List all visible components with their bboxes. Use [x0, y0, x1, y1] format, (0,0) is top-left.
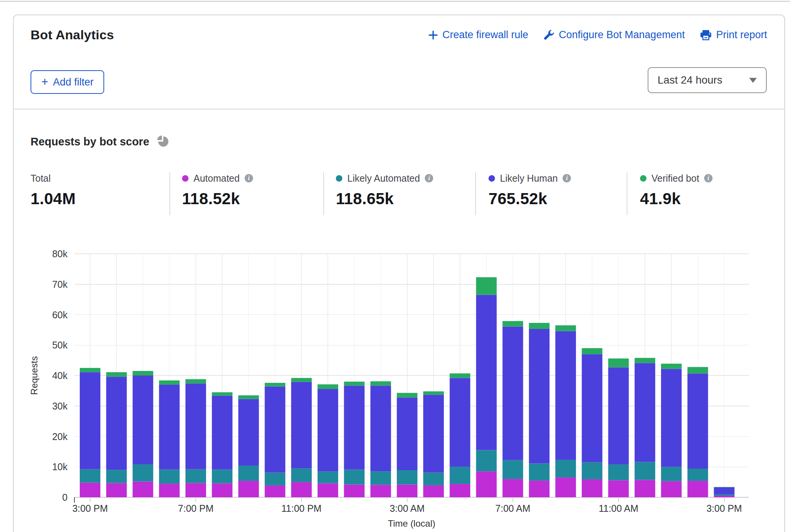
bar-segment[interactable] — [635, 462, 655, 480]
bar-segment[interactable] — [344, 469, 364, 484]
bar-segment[interactable] — [371, 385, 391, 471]
bar-segment[interactable] — [529, 480, 550, 497]
bar-segment[interactable] — [687, 367, 708, 374]
bar-segment[interactable] — [265, 383, 285, 387]
configure-bot-management-link[interactable]: Configure Bot Management — [543, 29, 685, 41]
bar-segment[interactable] — [212, 392, 232, 396]
bar-segment[interactable] — [423, 395, 444, 472]
bar-segment[interactable] — [661, 364, 682, 369]
bar-segment[interactable] — [106, 470, 127, 483]
bar-segment[interactable] — [344, 485, 364, 497]
bar-segment[interactable] — [635, 363, 655, 462]
bar-segment[interactable] — [80, 368, 100, 372]
bar-segment[interactable] — [582, 354, 602, 462]
bar-segment[interactable] — [371, 381, 391, 385]
bar-segment[interactable] — [265, 387, 285, 473]
bar-segment[interactable] — [159, 380, 180, 385]
info-icon[interactable]: i — [425, 174, 433, 182]
bar-segment[interactable] — [318, 483, 338, 497]
bar-segment[interactable] — [397, 397, 418, 470]
info-icon[interactable]: i — [704, 174, 713, 182]
bar-segment[interactable] — [397, 485, 418, 497]
time-range-select[interactable]: Last 24 hours — [648, 67, 767, 93]
bar-segment[interactable] — [608, 464, 629, 480]
bar-segment[interactable] — [212, 469, 232, 483]
bar-segment[interactable] — [555, 325, 576, 331]
bar-segment[interactable] — [714, 495, 735, 496]
bar-segment[interactable] — [529, 323, 550, 329]
bar-segment[interactable] — [291, 382, 312, 468]
bar-segment[interactable] — [80, 469, 100, 483]
bar-segment[interactable] — [476, 471, 497, 497]
bar-segment[interactable] — [661, 467, 682, 481]
bar-segment[interactable] — [318, 389, 338, 471]
bar-segment[interactable] — [687, 469, 708, 481]
bar-segment[interactable] — [423, 485, 444, 497]
bar-segment[interactable] — [80, 372, 100, 469]
bar-segment[interactable] — [635, 480, 655, 497]
bar-segment[interactable] — [503, 321, 523, 326]
bar-segment[interactable] — [344, 385, 364, 469]
bar-segment[interactable] — [106, 377, 127, 470]
bar-segment[interactable] — [529, 329, 550, 463]
bar-segment[interactable] — [503, 460, 523, 479]
bar-segment[interactable] — [450, 373, 470, 378]
bar-segment[interactable] — [291, 378, 312, 382]
bar-segment[interactable] — [185, 379, 206, 384]
bar-segment[interactable] — [159, 484, 180, 497]
bar-segment[interactable] — [159, 385, 180, 470]
bar-segment[interactable] — [608, 367, 629, 464]
bar-segment[interactable] — [555, 477, 576, 497]
bar-segment[interactable] — [450, 378, 470, 467]
bar-segment[interactable] — [661, 481, 682, 497]
bar-segment[interactable] — [555, 460, 576, 477]
bar-segment[interactable] — [265, 472, 285, 485]
bar-segment[interactable] — [476, 450, 497, 471]
bar-segment[interactable] — [318, 471, 338, 483]
bar-segment[interactable] — [371, 485, 391, 497]
bar-segment[interactable] — [714, 487, 735, 495]
bar-segment[interactable] — [714, 496, 735, 497]
print-report-link[interactable]: Print report — [700, 29, 767, 41]
bar-segment[interactable] — [106, 372, 127, 377]
bar-segment[interactable] — [714, 487, 735, 487]
bar-segment[interactable] — [397, 470, 418, 484]
bar-segment[interactable] — [450, 484, 470, 497]
bar-segment[interactable] — [212, 483, 232, 497]
bar-segment[interactable] — [476, 277, 497, 295]
bar-segment[interactable] — [238, 399, 259, 466]
bar-segment[interactable] — [212, 396, 232, 470]
bar-segment[interactable] — [132, 371, 153, 376]
bar-segment[interactable] — [185, 384, 206, 469]
info-icon[interactable]: i — [245, 174, 253, 182]
bar-segment[interactable] — [423, 472, 444, 485]
bar-segment[interactable] — [185, 469, 206, 483]
bar-segment[interactable] — [318, 384, 338, 389]
bar-segment[interactable] — [291, 468, 312, 482]
bar-segment[interactable] — [238, 395, 259, 399]
bar-segment[interactable] — [265, 485, 285, 497]
info-icon[interactable]: i — [563, 174, 571, 182]
bar-segment[interactable] — [503, 479, 523, 497]
bar-segment[interactable] — [476, 295, 497, 450]
bar-segment[interactable] — [661, 369, 682, 467]
bar-segment[interactable] — [159, 469, 180, 484]
bar-segment[interactable] — [635, 358, 655, 363]
bar-segment[interactable] — [582, 479, 602, 497]
bar-segment[interactable] — [687, 481, 708, 497]
bar-segment[interactable] — [687, 373, 708, 469]
bar-segment[interactable] — [450, 467, 470, 484]
bar-segment[interactable] — [106, 483, 127, 497]
bar-segment[interactable] — [397, 393, 418, 397]
bar-segment[interactable] — [371, 471, 391, 485]
bar-segment[interactable] — [529, 463, 550, 480]
bar-segment[interactable] — [555, 331, 576, 460]
bar-segment[interactable] — [608, 358, 629, 367]
bar-segment[interactable] — [132, 376, 153, 464]
bar-segment[interactable] — [238, 466, 259, 481]
bar-segment[interactable] — [291, 482, 312, 497]
add-filter-button[interactable]: + Add filter — [31, 70, 104, 94]
bar-segment[interactable] — [423, 391, 444, 395]
bar-segment[interactable] — [582, 348, 602, 354]
bar-segment[interactable] — [608, 480, 629, 497]
